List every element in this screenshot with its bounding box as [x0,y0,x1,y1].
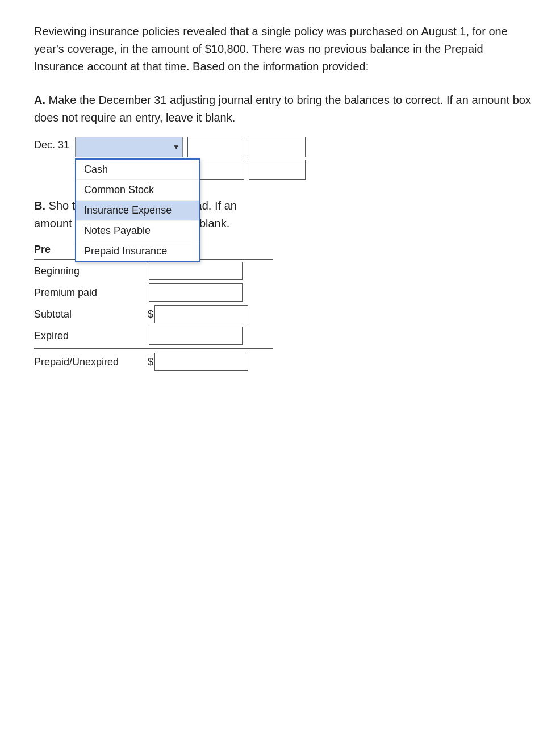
subtotal-label: Subtotal [34,308,148,320]
beginning-label: Beginning [34,265,148,277]
row1-debit-input[interactable] [187,137,244,157]
table-row-prepaid-unexpired: Prepaid/Unexpired $ [34,353,273,371]
prepaid-unexpired-label: Prepaid/Unexpired [34,356,148,368]
subtotal-prefix: $ [148,308,153,320]
premium-paid-label: Premium paid [34,287,148,299]
table-single-divider [34,348,273,349]
section-b-body-3: amoun [34,217,69,229]
section-a: A. Make the December 31 adjusting journa… [34,91,532,180]
prepaid-unexpired-prefix: $ [148,356,153,368]
subtotal-input[interactable] [154,305,248,323]
beginning-input[interactable] [149,262,243,280]
intro-paragraph: Reviewing insurance policies revealed th… [34,23,532,76]
table-row-expired: Expired [34,327,273,345]
table-row-beginning: Beginning [34,262,273,280]
journal-entry-area: Dec. 31 Cash Common Stock Insurance Expe… [34,137,532,180]
section-b-body-1: Sho [49,199,69,212]
dropdown-option-prepaid-insurance[interactable]: Prepaid Insurance [76,241,199,261]
insurance-table: Pre Beginning Premium paid Subtotal $ Ex… [34,244,273,371]
section-a-label: A. [34,94,45,106]
dropdown-option-common-stock[interactable]: Common Stock [76,180,199,201]
expired-input[interactable] [149,327,243,345]
entry-rows: Cash Common Stock Insurance Expense Note… [75,137,306,180]
date-label: Dec. 31 [34,139,69,151]
table-double-divider [34,350,273,350]
row1-credit-input[interactable] [249,137,306,157]
dropdown-option-notes-payable[interactable]: Notes Payable [76,221,199,241]
premium-paid-input[interactable] [149,283,243,302]
row2-credit-input[interactable] [249,160,306,180]
dropdown-option-cash[interactable]: Cash [76,160,199,180]
account-dropdown-1[interactable]: Cash Common Stock Insurance Expense Note… [75,137,183,157]
section-a-text: A. Make the December 31 adjusting journa… [34,91,532,127]
table-row-premium-paid: Premium paid [34,283,273,302]
prepaid-unexpired-input[interactable] [154,353,248,371]
dropdown-popup: Cash Common Stock Insurance Expense Note… [75,158,200,262]
expired-label: Expired [34,330,148,342]
table-row-subtotal: Subtotal $ [34,305,273,323]
section-b-label: B. [34,199,45,212]
entry-row-1: Cash Common Stock Insurance Expense Note… [75,137,306,157]
dropdown-option-insurance-expense[interactable]: Insurance Expense [76,201,199,221]
section-a-body: Make the December 31 adjusting journal e… [34,94,531,124]
account-dropdown-1-container: Cash Common Stock Insurance Expense Note… [75,137,183,157]
